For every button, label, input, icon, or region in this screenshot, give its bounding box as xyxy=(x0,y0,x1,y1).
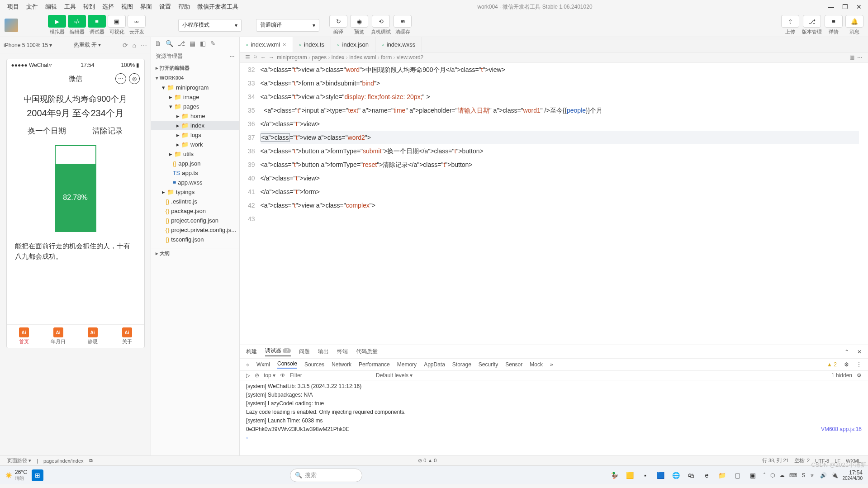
tab-about[interactable]: Ai关于 xyxy=(110,325,144,348)
tree-node-typings[interactable]: ▸ 📁 typings xyxy=(151,187,239,197)
menu-view[interactable]: 视图 xyxy=(118,3,137,11)
devtab-wxml[interactable]: Wxml xyxy=(256,361,270,368)
app-store[interactable]: 🛍 xyxy=(685,469,697,481)
devtab-more-icon[interactable]: » xyxy=(550,361,553,368)
tray-icon-3[interactable]: S xyxy=(802,472,805,479)
app-ie[interactable]: e xyxy=(701,469,712,481)
cloud-button[interactable]: ∞ xyxy=(128,15,146,28)
debugger-button[interactable]: ≡ xyxy=(88,15,106,28)
error-count[interactable]: ⊘ 0 ▲ 0 xyxy=(418,458,436,464)
tray-icon-2[interactable]: ⌨ xyxy=(789,472,797,479)
play-icon[interactable]: ▷ xyxy=(246,372,250,379)
visual-button[interactable]: ▣ xyxy=(108,15,126,28)
editor-tab-index.wxml[interactable]: ▫index.wxml × xyxy=(240,37,293,52)
devtab-storage[interactable]: Storage xyxy=(452,361,471,368)
menu-select[interactable]: 选择 xyxy=(99,3,118,11)
breadcrumb[interactable]: ☰ ⚐ ← → miniprogram › pages › index › in… xyxy=(240,52,868,63)
crumb-list-icon[interactable]: ☰ xyxy=(245,54,250,61)
tree-node-app.ts[interactable]: TS app.ts xyxy=(151,168,239,178)
tree-node-logs[interactable]: ▸ 📁 logs xyxy=(151,130,239,140)
outline-section[interactable]: ▸ 大纲 xyxy=(151,248,239,259)
detail-button[interactable]: ≡ xyxy=(825,15,843,28)
tree-node-app.json[interactable]: {} app.json xyxy=(151,159,239,168)
brush-icon[interactable]: ✎ xyxy=(210,40,216,47)
refresh-icon[interactable]: ⟳ xyxy=(123,42,128,49)
menu-goto[interactable]: 转到 xyxy=(80,3,99,11)
panel-up-icon[interactable]: ⌃ xyxy=(844,349,849,355)
menu-file[interactable]: 文件 xyxy=(23,3,42,11)
menu-project[interactable]: 项目 xyxy=(4,3,23,11)
tree-node-image[interactable]: ▸ 📁 image xyxy=(151,92,239,102)
compile-dropdown[interactable]: 普通编译▾ xyxy=(256,19,319,32)
tree-node-app.wxss[interactable]: ≡ app.wxss xyxy=(151,178,239,187)
copy-icon[interactable]: ⧉ xyxy=(89,458,93,464)
devtab-console[interactable]: Console xyxy=(277,360,297,369)
capsule-close-icon[interactable]: ◎ xyxy=(129,73,140,84)
indent-info[interactable]: 空格: 2 xyxy=(794,457,810,464)
device-selector[interactable]: iPhone 5 100% 15 ▾ xyxy=(4,42,52,48)
tray-volume-icon[interactable]: 🔊 xyxy=(820,472,827,479)
tree-node-project.config.json[interactable]: {} project.config.json xyxy=(151,216,239,225)
app-1[interactable]: 🦆 xyxy=(608,469,620,481)
eye-icon[interactable]: 👁 xyxy=(280,372,285,379)
tab-think[interactable]: Ai静思 xyxy=(76,325,110,348)
crumb-back-icon[interactable]: ← xyxy=(261,54,266,61)
menu-help[interactable]: 帮助 xyxy=(175,3,194,11)
tray-date[interactable]: 2024/4/30 xyxy=(843,476,863,481)
tree-node-tsconfig.json[interactable]: {} tsconfig.json xyxy=(151,235,239,244)
version-button[interactable]: ⎇ xyxy=(803,15,821,28)
devtab-mock[interactable]: Mock xyxy=(530,361,543,368)
devtab-memory[interactable]: Memory xyxy=(397,361,417,368)
stop-icon[interactable]: ⊘ xyxy=(255,372,259,379)
tree-node-pages[interactable]: ▾ 📁 pages xyxy=(151,102,239,111)
hot-reload-toggle[interactable]: 热重载 开 ▾ xyxy=(74,41,101,49)
scope-dropdown[interactable]: top ▾ xyxy=(264,372,275,379)
warning-count[interactable]: ▲ 2 xyxy=(827,361,837,368)
kebab-icon[interactable]: ⋮ xyxy=(856,361,862,368)
clear-cache-button[interactable]: ≋ xyxy=(394,15,412,28)
editor-tab-index.wxss[interactable]: ▫index.wxss xyxy=(375,37,422,52)
minimize-icon[interactable]: — xyxy=(828,3,834,10)
taskbar-search[interactable]: 🔍 搜索 xyxy=(290,469,362,482)
avatar[interactable] xyxy=(5,19,18,32)
devtab-sources[interactable]: Sources xyxy=(304,361,324,368)
mode-dropdown[interactable]: 小程序模式▾ xyxy=(178,19,242,32)
crumb-fwd-icon[interactable]: → xyxy=(269,54,274,61)
cursor-position[interactable]: 行 38, 列 21 xyxy=(762,457,789,464)
panel-close-icon[interactable]: ✕ xyxy=(857,349,862,355)
devtab-appdata[interactable]: AppData xyxy=(424,361,445,368)
capsule-menu-icon[interactable]: ⋯ xyxy=(115,73,126,84)
tree-node-package.json[interactable]: {} package.json xyxy=(151,206,239,216)
btab-problems[interactable]: 问题 xyxy=(299,348,310,355)
menu-tool[interactable]: 工具 xyxy=(61,3,80,11)
project-section[interactable]: ▾ WORK004 xyxy=(151,73,239,83)
app-edge[interactable]: 🌐 xyxy=(670,469,682,481)
app-2[interactable]: 🟨 xyxy=(624,469,636,481)
editor-more-icon[interactable]: ⋯ xyxy=(857,54,863,61)
app-4[interactable]: 🟦 xyxy=(655,469,666,481)
home-icon[interactable]: ⌂ xyxy=(133,42,136,49)
upload-button[interactable]: ⇧ xyxy=(781,15,799,28)
explorer-more-icon[interactable]: ⋯ xyxy=(229,53,235,60)
editor-tab-index.ts[interactable]: ▫index.ts xyxy=(293,37,331,52)
ext-icon[interactable]: ▦ xyxy=(190,40,195,47)
filter-input[interactable] xyxy=(290,372,371,379)
menu-settings[interactable]: 设置 xyxy=(156,3,175,11)
tree-node-index[interactable]: ▸ 📁 index xyxy=(151,121,239,130)
devtab-security[interactable]: Security xyxy=(479,361,498,368)
page-path[interactable]: pages/index/index xyxy=(43,458,84,464)
menu-ui[interactable]: 界面 xyxy=(137,3,156,11)
branch-icon[interactable]: ⎇ xyxy=(178,40,185,47)
devtab-sensor[interactable]: Sensor xyxy=(505,361,522,368)
btab-output[interactable]: 输出 xyxy=(318,348,329,355)
app-wechat[interactable]: ▣ xyxy=(747,469,759,481)
preview-button[interactable]: ◉ xyxy=(350,15,368,28)
crumb-bookmark-icon[interactable]: ⚐ xyxy=(253,54,258,61)
level-dropdown[interactable]: Default levels ▾ xyxy=(376,372,413,379)
tray-wifi-icon[interactable]: ᯤ xyxy=(810,472,816,479)
start-button[interactable]: ⊞ xyxy=(32,469,43,481)
opened-editors-section[interactable]: ▸ 打开的编辑器 xyxy=(151,63,239,73)
tree-node-work[interactable]: ▸ 📁 work xyxy=(151,140,239,149)
btab-build[interactable]: 构建 xyxy=(246,348,257,355)
tree-node-utils[interactable]: ▸ 📁 utils xyxy=(151,149,239,159)
